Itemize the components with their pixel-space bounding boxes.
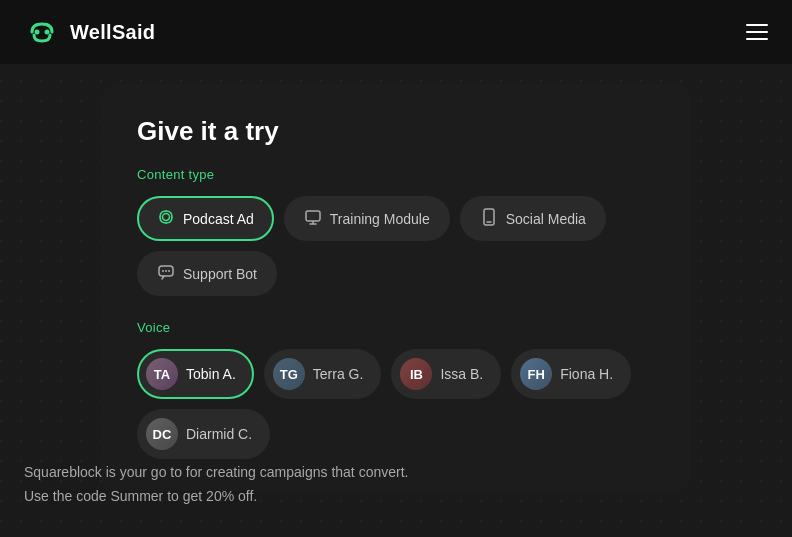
avatar-tobin: TA [146, 358, 178, 390]
promo-section: Squareblock is your go to for creating c… [24, 461, 768, 509]
svg-rect-4 [306, 211, 320, 221]
social-media-label: Social Media [506, 211, 586, 227]
support-bot-label: Support Bot [183, 266, 257, 282]
avatar-terra: TG [273, 358, 305, 390]
card-title: Give it a try [137, 116, 655, 147]
svg-point-1 [35, 30, 40, 35]
menu-button[interactable] [746, 24, 768, 40]
voice-btn-issa[interactable]: IB Issa B. [391, 349, 501, 399]
voice-btn-fiona[interactable]: FH Fiona H. [511, 349, 631, 399]
training-module-label: Training Module [330, 211, 430, 227]
avatar-diarmid: DC [146, 418, 178, 450]
voice-label-diarmid: Diarmid C. [186, 426, 252, 442]
training-icon [304, 208, 322, 229]
promo-text: Squareblock is your go to for creating c… [24, 461, 768, 509]
voice-label-issa: Issa B. [440, 366, 483, 382]
voice-btn-terra[interactable]: TG Terra G. [264, 349, 382, 399]
logo-text: WellSaid [70, 21, 155, 44]
svg-rect-0 [24, 14, 60, 50]
podcast-ad-label: Podcast Ad [183, 211, 254, 227]
avatar-issa: IB [400, 358, 432, 390]
voice-label-fiona: Fiona H. [560, 366, 613, 382]
hamburger-line-2 [746, 31, 768, 33]
voice-section: Voice TA Tobin A. TG Terra G. IB Issa B. [137, 320, 655, 459]
svg-point-2 [45, 30, 50, 35]
app-header: WellSaid [0, 0, 792, 64]
voice-btn-diarmid[interactable]: DC Diarmid C. [137, 409, 270, 459]
voice-label: Voice [137, 320, 655, 335]
voice-btn-tobin[interactable]: TA Tobin A. [137, 349, 254, 399]
logo-area: WellSaid [24, 14, 155, 50]
podcast-icon [157, 208, 175, 229]
svg-point-3 [163, 214, 170, 221]
hamburger-line-3 [746, 38, 768, 40]
voice-options: TA Tobin A. TG Terra G. IB Issa B. FH Fi… [137, 349, 655, 459]
hamburger-line-1 [746, 24, 768, 26]
voice-label-tobin: Tobin A. [186, 366, 236, 382]
avatar-fiona: FH [520, 358, 552, 390]
content-btn-social-media[interactable]: Social Media [460, 196, 606, 241]
voice-label-terra: Terra G. [313, 366, 364, 382]
try-card: Give it a try Content type [101, 84, 691, 491]
svg-point-12 [168, 270, 170, 272]
social-icon [480, 208, 498, 229]
content-type-label: Content type [137, 167, 655, 182]
logo-icon [24, 14, 60, 50]
content-type-section: Content type Podcast Ad [137, 167, 655, 296]
content-btn-podcast-ad[interactable]: Podcast Ad [137, 196, 274, 241]
content-btn-training-module[interactable]: Training Module [284, 196, 450, 241]
svg-point-11 [165, 270, 167, 272]
content-btn-support-bot[interactable]: Support Bot [137, 251, 277, 296]
content-type-options: Podcast Ad Training Module [137, 196, 655, 296]
support-icon [157, 263, 175, 284]
svg-point-10 [162, 270, 164, 272]
